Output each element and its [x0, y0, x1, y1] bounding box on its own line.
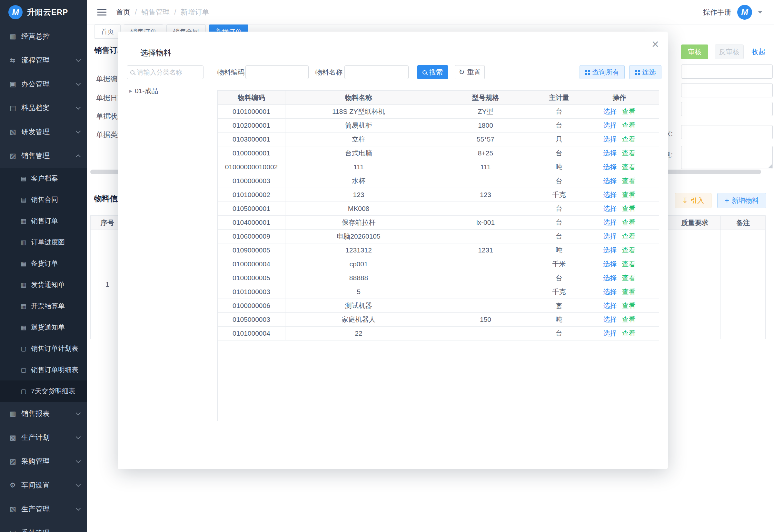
select-link[interactable]: 选择 [603, 163, 617, 172]
table-row: 010900000512313121231吨选择查看 [218, 243, 659, 257]
plus-icon: + [725, 196, 729, 205]
material-code-input[interactable] [245, 65, 309, 79]
add-material-button[interactable]: + 新增物料 [717, 193, 766, 208]
sidebar-item[interactable]: ⚙车间设置 [0, 473, 87, 497]
view-link[interactable]: 查看 [622, 246, 636, 255]
select-link[interactable]: 选择 [603, 315, 617, 324]
unaudit-button[interactable]: 反审核 [715, 44, 744, 59]
breadcrumb-sales[interactable]: 销售管理 [141, 7, 170, 17]
sidebar-item[interactable]: ▤料品档案 [0, 96, 87, 120]
select-link[interactable]: 选择 [603, 329, 617, 338]
import-button[interactable]: ↧ 引入 [675, 193, 711, 208]
material-unit-cell: 台 [539, 146, 579, 160]
category-search-field[interactable] [137, 69, 200, 76]
actions-cell: 选择查看 [579, 327, 659, 340]
sidebar-item[interactable]: ⇆流程管理 [0, 48, 87, 72]
sidebar-item[interactable]: ▣办公管理 [0, 72, 87, 96]
sidebar-item[interactable]: ▦发货通知单 [0, 274, 87, 295]
sidebar-item[interactable]: ▥订单进度图 [0, 232, 87, 253]
material-code-cell: 0105000001 [218, 202, 285, 215]
sidebar-item[interactable]: ▢销售订单明细表 [0, 359, 87, 380]
view-link[interactable]: 查看 [622, 204, 636, 213]
menu-fold-icon[interactable] [97, 9, 106, 16]
select-link[interactable]: 选择 [603, 260, 617, 269]
view-link[interactable]: 查看 [622, 301, 636, 310]
sidebar-item[interactable]: ▦退货通知单 [0, 317, 87, 338]
sidebar-item[interactable]: ▤销售合同 [0, 189, 87, 210]
sidebar-item[interactable]: ▧生产管理 [0, 497, 87, 521]
view-link[interactable]: 查看 [622, 176, 636, 185]
view-link[interactable]: 查看 [622, 260, 636, 269]
select-link[interactable]: 选择 [603, 176, 617, 185]
view-link[interactable]: 查看 [622, 232, 636, 241]
remark-textarea[interactable] [681, 146, 773, 169]
select-link[interactable]: 选择 [603, 218, 617, 227]
view-link[interactable]: 查看 [622, 135, 636, 144]
category-search-input[interactable] [127, 65, 203, 79]
sidebar-item[interactable]: ▥销售报表 [0, 402, 87, 426]
select-link[interactable]: 选择 [603, 287, 617, 296]
user-avatar[interactable]: M [737, 5, 752, 20]
collapse-link[interactable]: 收起 [751, 47, 766, 57]
view-link[interactable]: 查看 [622, 121, 636, 130]
select-link[interactable]: 选择 [603, 246, 617, 255]
app-title: 升阳云ERP [27, 7, 68, 17]
tree-caret-icon[interactable]: ▸ [129, 87, 132, 94]
view-link[interactable]: 查看 [622, 190, 636, 199]
material-column-header: 型号规格 [432, 91, 539, 104]
sidebar-item[interactable]: ▢7天交货明细表 [0, 380, 87, 402]
select-link[interactable]: 选择 [603, 190, 617, 199]
select-link[interactable]: 选择 [603, 204, 617, 213]
sidebar-item[interactable]: ▩生产计划 [0, 426, 87, 449]
select-link[interactable]: 选择 [603, 135, 617, 144]
tab[interactable]: 首页 [94, 25, 121, 39]
query-all-button[interactable]: 查询所有 [580, 65, 625, 79]
sidebar-item[interactable]: ▢销售订单计划表 [0, 338, 87, 359]
vendor-input[interactable] [681, 125, 773, 139]
view-link[interactable]: 查看 [622, 287, 636, 296]
select-link[interactable]: 选择 [603, 273, 617, 282]
sidebar-item[interactable]: ▨采购管理 [0, 449, 87, 473]
view-link[interactable]: 查看 [622, 315, 636, 324]
table-row: 0100000006测试机器套选择查看 [218, 299, 659, 313]
sidebar-item-label: 流程管理 [21, 55, 76, 65]
view-link[interactable]: 查看 [622, 163, 636, 172]
grid-icon: ▦ [21, 217, 31, 225]
order-field-input-1[interactable] [681, 64, 773, 79]
view-link[interactable]: 查看 [622, 218, 636, 227]
tree-node-finished-goods[interactable]: ▸ 01-成品 [129, 86, 158, 95]
audit-button[interactable]: 审核 [681, 44, 708, 59]
sidebar-item[interactable]: ▦销售订单 [0, 210, 87, 232]
sidebar-item[interactable]: ▧研发管理 [0, 120, 87, 144]
multi-select-button[interactable]: 连选 [629, 65, 661, 79]
sidebar-item[interactable]: ▤客户档案 [0, 168, 87, 189]
material-unit-cell: 台 [539, 327, 579, 340]
select-link[interactable]: 选择 [603, 121, 617, 130]
sidebar-item[interactable]: ▦开票结算单 [0, 295, 87, 317]
select-link[interactable]: 选择 [603, 107, 617, 116]
resize-handle-icon[interactable] [768, 164, 772, 168]
order-field-input-2[interactable] [681, 83, 773, 97]
close-icon[interactable]: × [652, 38, 659, 50]
sidebar-item-label: 车间设置 [21, 480, 76, 490]
sidebar-item[interactable]: ▦备货订单 [0, 253, 87, 274]
chevron-down-icon[interactable] [758, 11, 762, 14]
view-link[interactable]: 查看 [622, 149, 636, 158]
reset-button[interactable]: ↻ 重置 [455, 65, 485, 79]
order-field-input-3[interactable] [681, 102, 773, 116]
select-link[interactable]: 选择 [603, 301, 617, 310]
select-link[interactable]: 选择 [603, 149, 617, 158]
operation-manual-link[interactable]: 操作手册 [703, 7, 731, 17]
search-button[interactable]: 搜索 [417, 65, 448, 79]
material-name-input[interactable] [344, 65, 409, 79]
view-link[interactable]: 查看 [622, 329, 636, 338]
breadcrumb-home[interactable]: 首页 [116, 7, 130, 17]
view-link[interactable]: 查看 [622, 273, 636, 282]
sidebar-item[interactable]: ▤委外管理 [0, 521, 87, 532]
select-link[interactable]: 选择 [603, 232, 617, 241]
sidebar-item[interactable]: ▥经营总控 [0, 25, 87, 48]
material-code-cell: 01000000010002 [218, 160, 285, 174]
view-link[interactable]: 查看 [622, 107, 636, 116]
material-name-cell: 测试机器 [285, 299, 432, 312]
sidebar-item[interactable]: ▨销售管理 [0, 144, 87, 168]
